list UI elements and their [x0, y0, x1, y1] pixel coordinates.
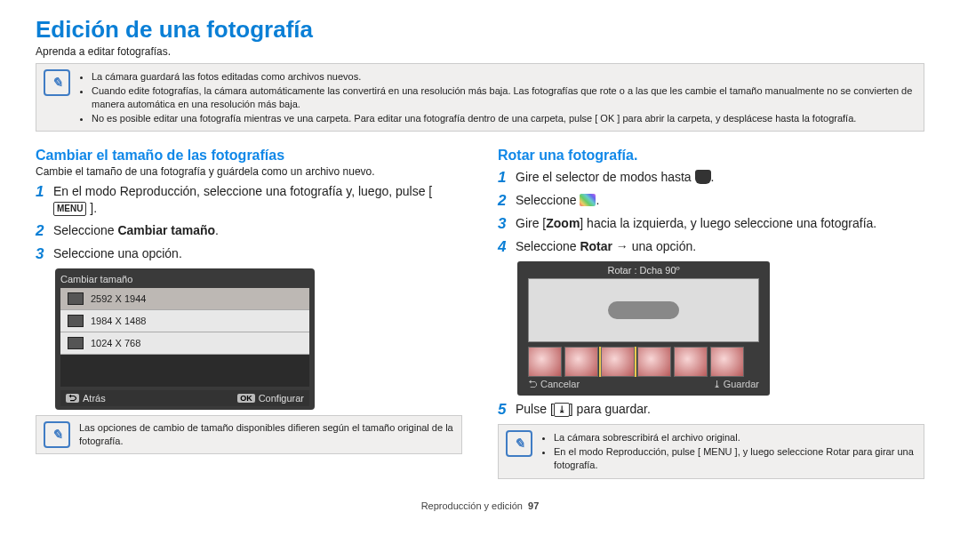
note-item: En el modo Reproducción, pulse [ MENU ],…	[554, 445, 916, 472]
resize-sub: Cambie el tamaño de una fotografía y guá…	[36, 165, 462, 178]
thumbnail[interactable]	[674, 347, 708, 377]
step-number: 2	[498, 192, 516, 210]
note-item: Cuando edite fotografías, la cámara auto…	[92, 84, 916, 111]
resize-option[interactable]: 1984 X 1488	[60, 310, 309, 332]
rotate-heading: Rotar una fotografía.	[498, 148, 924, 164]
text: Seleccione	[53, 223, 117, 237]
option-label: 1984 X 1488	[91, 316, 146, 326]
text: ] para guardar.	[570, 402, 651, 416]
note-item: La cámara sobrescribirá el archivo origi…	[554, 431, 916, 444]
step-body: Seleccione Cambiar tamaño.	[53, 222, 462, 239]
back-hint: ⮌Atrás	[66, 393, 106, 404]
text: .	[711, 170, 715, 184]
text: ].	[90, 201, 97, 215]
text: → una opción.	[612, 239, 696, 253]
resize-note-box: ✎ Las opciones de cambio de tamaño dispo…	[36, 415, 462, 454]
step-number: 4	[498, 238, 516, 256]
resize-menu-screenshot: Cambiar tamaño 2592 X 1944 1984 X 1488 1…	[55, 268, 315, 410]
step-number: 5	[498, 401, 516, 419]
step-body: Gire [Zoom] hacia la izquierda, y luego …	[516, 215, 924, 232]
step-number: 2	[36, 222, 53, 240]
thumbnail[interactable]	[710, 347, 744, 377]
mode-dial-icon	[695, 170, 711, 184]
thumb-icon	[68, 315, 84, 327]
text: Seleccione	[516, 239, 580, 253]
step-body: Seleccione .	[516, 192, 924, 209]
text-bold: Cambiar tamaño	[117, 223, 215, 237]
step-body: En el modo Reproducción, seleccione una …	[53, 183, 462, 217]
rotate-preview	[528, 278, 759, 342]
resize-option[interactable]: 1024 X 768	[60, 332, 309, 355]
menu-button-icon: MENU	[53, 202, 86, 216]
palette-icon	[580, 194, 596, 206]
rotate-note-box: ✎ La cámara sobrescribirá el archivo ori…	[498, 424, 924, 479]
step-body: Seleccione Rotar → una opción.	[516, 238, 924, 255]
thumb-icon	[68, 292, 84, 305]
preview-figure-icon	[608, 301, 679, 319]
thumbnail[interactable]	[637, 347, 671, 377]
resize-heading: Cambiar el tamaño de las fotografías	[36, 148, 462, 164]
option-label: 2592 X 1944	[91, 293, 146, 304]
left-column: Cambiar el tamaño de las fotografías Cam…	[36, 144, 462, 492]
page-title: Edición de una fotografía	[36, 16, 924, 44]
rotate-menu-screenshot: Rotar : Dcha 90º ⮌ Cancelar ⤓ Guardar	[517, 261, 770, 396]
text: .	[596, 193, 599, 207]
text: Gire el selector de modos hasta	[516, 170, 695, 184]
step-number: 1	[36, 183, 53, 201]
intro-text: Aprenda a editar fotografías.	[36, 45, 924, 58]
menu-title: Cambiar tamaño	[60, 274, 309, 284]
text-bold: Rotar	[580, 239, 612, 253]
step-number: 1	[498, 169, 516, 187]
text: .	[215, 223, 219, 237]
step-body: Gire el selector de modos hasta .	[516, 169, 924, 186]
option-label: 1024 X 768	[91, 338, 140, 348]
step-number: 3	[36, 245, 53, 263]
save-hint: ⤓ Guardar	[713, 379, 759, 390]
text: En el modo Reproducción, seleccione una …	[53, 184, 432, 198]
text: Gire [	[516, 216, 546, 230]
right-column: Rotar una fotografía. 1 Gire el selector…	[498, 144, 924, 492]
thumb-icon	[68, 337, 84, 349]
resize-option[interactable]: 2592 X 1944	[60, 288, 309, 310]
step-number: 3	[498, 215, 516, 233]
thumbnail-strip	[528, 347, 759, 377]
note-icon: ✎	[506, 430, 532, 457]
text: Seleccione	[516, 193, 580, 207]
note-icon: ✎	[44, 69, 70, 96]
note-text: Las opciones de cambio de tamaño disponi…	[79, 421, 454, 448]
page-footer: Reproducción y edición 97	[36, 500, 924, 511]
note-icon: ✎	[44, 421, 70, 448]
down-button-icon: ⤓	[554, 403, 570, 417]
step-body: Seleccione una opción.	[53, 245, 462, 262]
thumbnail[interactable]	[564, 347, 598, 377]
footer-section: Reproducción y edición	[421, 500, 523, 511]
text-bold: Zoom	[546, 216, 580, 230]
rotate-title: Rotar : Dcha 90º	[528, 265, 759, 276]
step-body: Pulse [⤓] para guardar.	[516, 401, 924, 418]
note-item: La cámara guardará las fotos editadas co…	[92, 70, 916, 84]
text: ] hacia la izquierda, y luego seleccione…	[580, 216, 876, 230]
text: Pulse [	[516, 402, 554, 416]
thumbnail[interactable]	[601, 347, 635, 377]
top-note-box: ✎ La cámara guardará las fotos editadas …	[36, 63, 924, 132]
ok-hint: OKConfigurar	[237, 393, 304, 404]
thumbnail[interactable]	[528, 347, 562, 377]
footer-page-number: 97	[528, 500, 539, 511]
note-item: No es posible editar una fotografía mien…	[92, 112, 916, 125]
cancel-hint: ⮌ Cancelar	[528, 379, 580, 390]
